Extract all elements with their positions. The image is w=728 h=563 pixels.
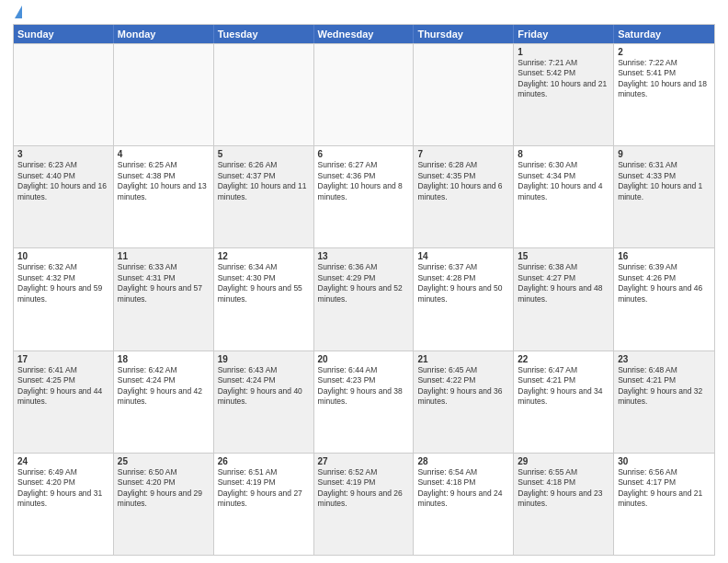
day-number: 27 (318, 456, 410, 466)
day-info: Sunrise: 6:30 AMSunset: 4:34 PMDaylight:… (518, 160, 609, 202)
calendar-header-cell: Friday (514, 25, 614, 43)
day-info: Sunrise: 6:43 AMSunset: 4:24 PMDaylight:… (218, 365, 310, 408)
calendar-cell: 11Sunrise: 6:33 AMSunset: 4:31 PMDayligh… (114, 248, 214, 350)
calendar-cell: 9Sunrise: 6:31 AMSunset: 4:33 PMDaylight… (614, 146, 714, 247)
calendar-cell: 13Sunrise: 6:36 AMSunset: 4:29 PMDayligh… (314, 248, 415, 350)
day-number: 9 (618, 149, 711, 159)
day-number: 13 (318, 251, 410, 261)
calendar-cell: 15Sunrise: 6:38 AMSunset: 4:27 PMDayligh… (514, 248, 614, 350)
day-number: 24 (17, 456, 109, 466)
calendar-cell: 30Sunrise: 6:56 AMSunset: 4:17 PMDayligh… (614, 454, 714, 555)
calendar-cell: 1Sunrise: 7:21 AMSunset: 5:42 PMDaylight… (514, 44, 614, 145)
calendar-cell: 24Sunrise: 6:49 AMSunset: 4:20 PMDayligh… (14, 454, 114, 555)
day-number: 3 (17, 149, 109, 159)
day-info: Sunrise: 6:27 AMSunset: 4:36 PMDaylight:… (318, 160, 410, 202)
calendar-cell (214, 44, 314, 145)
day-number: 12 (218, 251, 310, 261)
day-number: 2 (618, 47, 711, 57)
calendar-cell: 27Sunrise: 6:52 AMSunset: 4:19 PMDayligh… (314, 454, 415, 555)
day-number: 15 (518, 251, 609, 261)
calendar-cell: 21Sunrise: 6:45 AMSunset: 4:22 PMDayligh… (414, 351, 514, 453)
calendar-row: 24Sunrise: 6:49 AMSunset: 4:20 PMDayligh… (14, 453, 714, 555)
day-number: 17 (17, 354, 109, 364)
calendar-header-cell: Monday (114, 25, 214, 43)
header (13, 9, 715, 18)
day-number: 19 (218, 354, 310, 364)
calendar-header-cell: Saturday (614, 25, 714, 43)
calendar-cell: 17Sunrise: 6:41 AMSunset: 4:25 PMDayligh… (14, 351, 114, 453)
day-number: 26 (218, 456, 310, 466)
calendar-header-cell: Wednesday (314, 25, 415, 43)
day-info: Sunrise: 6:48 AMSunset: 4:21 PMDaylight:… (618, 365, 711, 408)
day-info: Sunrise: 7:21 AMSunset: 5:42 PMDaylight:… (518, 58, 609, 100)
calendar-header-cell: Tuesday (214, 25, 314, 43)
day-info: Sunrise: 6:38 AMSunset: 4:27 PMDaylight:… (518, 262, 609, 304)
day-number: 25 (118, 456, 210, 466)
day-number: 21 (417, 354, 509, 364)
calendar-cell: 29Sunrise: 6:55 AMSunset: 4:18 PMDayligh… (514, 454, 614, 555)
day-info: Sunrise: 6:33 AMSunset: 4:31 PMDaylight:… (118, 262, 210, 304)
day-info: Sunrise: 6:55 AMSunset: 4:18 PMDaylight:… (518, 467, 609, 510)
calendar-row: 3Sunrise: 6:23 AMSunset: 4:40 PMDaylight… (14, 145, 714, 247)
calendar: SundayMondayTuesdayWednesdayThursdayFrid… (13, 24, 715, 556)
calendar-cell: 8Sunrise: 6:30 AMSunset: 4:34 PMDaylight… (514, 146, 614, 247)
day-info: Sunrise: 6:28 AMSunset: 4:35 PMDaylight:… (417, 160, 509, 202)
calendar-row: 1Sunrise: 7:21 AMSunset: 5:42 PMDaylight… (14, 43, 714, 145)
calendar-cell: 10Sunrise: 6:32 AMSunset: 4:32 PMDayligh… (14, 248, 114, 350)
calendar-cell: 3Sunrise: 6:23 AMSunset: 4:40 PMDaylight… (14, 146, 114, 247)
calendar-cell: 14Sunrise: 6:37 AMSunset: 4:28 PMDayligh… (414, 248, 514, 350)
calendar-cell (114, 44, 214, 145)
day-info: Sunrise: 6:42 AMSunset: 4:24 PMDaylight:… (118, 365, 210, 408)
day-info: Sunrise: 6:41 AMSunset: 4:25 PMDaylight:… (17, 365, 109, 408)
day-number: 16 (618, 251, 711, 261)
day-number: 30 (618, 456, 711, 466)
day-info: Sunrise: 6:25 AMSunset: 4:38 PMDaylight:… (118, 160, 210, 202)
day-info: Sunrise: 6:44 AMSunset: 4:23 PMDaylight:… (318, 365, 410, 408)
day-info: Sunrise: 6:51 AMSunset: 4:19 PMDaylight:… (218, 467, 310, 510)
calendar-cell: 28Sunrise: 6:54 AMSunset: 4:18 PMDayligh… (414, 454, 514, 555)
calendar-header-cell: Thursday (414, 25, 514, 43)
day-info: Sunrise: 6:26 AMSunset: 4:37 PMDaylight:… (218, 160, 310, 202)
calendar-cell: 25Sunrise: 6:50 AMSunset: 4:20 PMDayligh… (114, 454, 214, 555)
calendar-cell (414, 44, 514, 145)
calendar-cell (14, 44, 114, 145)
calendar-body: 1Sunrise: 7:21 AMSunset: 5:42 PMDaylight… (14, 43, 714, 555)
day-number: 10 (17, 251, 109, 261)
day-info: Sunrise: 6:56 AMSunset: 4:17 PMDaylight:… (618, 467, 711, 510)
day-info: Sunrise: 6:52 AMSunset: 4:19 PMDaylight:… (318, 467, 410, 510)
logo-triangle-icon (15, 6, 22, 18)
day-info: Sunrise: 6:34 AMSunset: 4:30 PMDaylight:… (218, 262, 310, 304)
day-info: Sunrise: 6:54 AMSunset: 4:18 PMDaylight:… (417, 467, 509, 510)
day-number: 8 (518, 149, 609, 159)
page: SundayMondayTuesdayWednesdayThursdayFrid… (0, 0, 728, 563)
day-info: Sunrise: 6:23 AMSunset: 4:40 PMDaylight:… (17, 160, 109, 202)
day-number: 29 (518, 456, 609, 466)
day-number: 28 (417, 456, 509, 466)
day-info: Sunrise: 6:47 AMSunset: 4:21 PMDaylight:… (518, 365, 609, 408)
day-number: 23 (618, 354, 711, 364)
day-number: 22 (518, 354, 609, 364)
day-number: 4 (118, 149, 210, 159)
day-number: 20 (318, 354, 410, 364)
calendar-cell: 6Sunrise: 6:27 AMSunset: 4:36 PMDaylight… (314, 146, 415, 247)
calendar-cell: 16Sunrise: 6:39 AMSunset: 4:26 PMDayligh… (614, 248, 714, 350)
day-number: 5 (218, 149, 310, 159)
day-info: Sunrise: 6:32 AMSunset: 4:32 PMDaylight:… (17, 262, 109, 304)
day-info: Sunrise: 6:39 AMSunset: 4:26 PMDaylight:… (618, 262, 711, 304)
day-info: Sunrise: 6:31 AMSunset: 4:33 PMDaylight:… (618, 160, 711, 202)
day-number: 14 (417, 251, 509, 261)
calendar-cell: 23Sunrise: 6:48 AMSunset: 4:21 PMDayligh… (614, 351, 714, 453)
day-info: Sunrise: 6:37 AMSunset: 4:28 PMDaylight:… (417, 262, 509, 304)
calendar-cell (314, 44, 415, 145)
calendar-cell: 18Sunrise: 6:42 AMSunset: 4:24 PMDayligh… (114, 351, 214, 453)
calendar-row: 17Sunrise: 6:41 AMSunset: 4:25 PMDayligh… (14, 350, 714, 453)
calendar-row: 10Sunrise: 6:32 AMSunset: 4:32 PMDayligh… (14, 247, 714, 350)
day-number: 18 (118, 354, 210, 364)
calendar-cell: 26Sunrise: 6:51 AMSunset: 4:19 PMDayligh… (214, 454, 314, 555)
calendar-cell: 4Sunrise: 6:25 AMSunset: 4:38 PMDaylight… (114, 146, 214, 247)
calendar-cell: 22Sunrise: 6:47 AMSunset: 4:21 PMDayligh… (514, 351, 614, 453)
calendar-cell: 2Sunrise: 7:22 AMSunset: 5:41 PMDaylight… (614, 44, 714, 145)
calendar-header: SundayMondayTuesdayWednesdayThursdayFrid… (14, 25, 714, 43)
day-info: Sunrise: 6:45 AMSunset: 4:22 PMDaylight:… (417, 365, 509, 408)
logo (13, 9, 22, 18)
